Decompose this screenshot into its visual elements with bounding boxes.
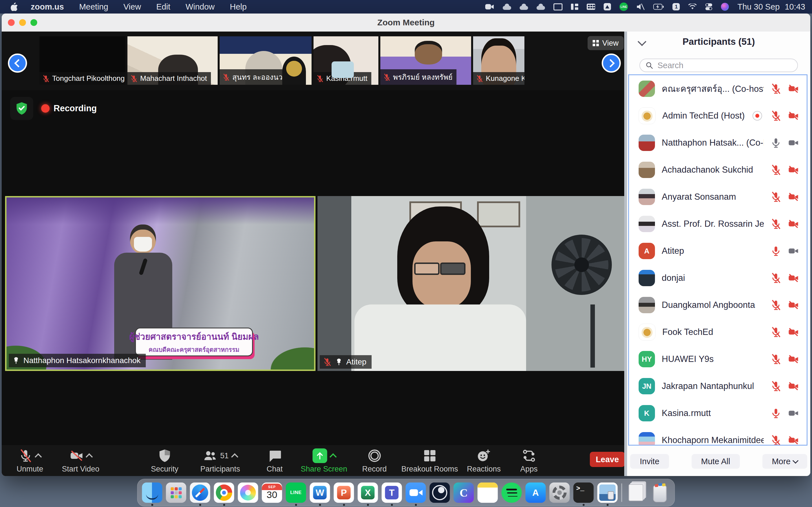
toolbar-chat-button[interactable]: Chat <box>266 448 283 473</box>
dock-icon-safari[interactable] <box>190 483 210 503</box>
participant-row[interactable]: K Kasina.rmutt <box>629 400 807 427</box>
menubar-app-name[interactable]: zoom.us <box>23 0 71 13</box>
more-button[interactable]: More <box>762 454 807 469</box>
toolbar-unmute-button[interactable]: Unmute <box>17 448 43 473</box>
cloud-icon[interactable] <box>520 2 528 11</box>
participant-row[interactable]: donjai <box>629 265 807 291</box>
gallery-thumbnail[interactable]: Kunagone Kiddee <box>473 36 524 85</box>
cloud-icon[interactable] <box>537 2 545 11</box>
menubar-item-meeting[interactable]: Meeting <box>71 0 116 13</box>
participant-row[interactable]: Admin TechEd (Host) <box>629 102 807 129</box>
zoom-camera-icon[interactable] <box>485 2 494 11</box>
toolbar-breakout-button[interactable]: Breakout Rooms <box>401 448 458 473</box>
dock-icon-calendar[interactable] <box>262 483 282 503</box>
app-window-icon[interactable] <box>604 2 611 11</box>
window-titlebar[interactable]: Zoom Meeting <box>2 13 810 32</box>
control-center-icon[interactable] <box>705 2 712 11</box>
dock-icon-spotify[interactable] <box>502 483 522 503</box>
participant-row[interactable]: Asst. Prof. Dr. Rossarin Jer... <box>629 210 807 237</box>
dock-icon-app-store[interactable] <box>525 483 546 503</box>
toolbar-reactions-button[interactable]: Reactions <box>467 448 501 473</box>
fullscreen-window-button[interactable] <box>31 19 37 26</box>
participant-row[interactable]: HY HUAWEI Y9s <box>629 346 807 373</box>
keyboard-icon[interactable] <box>587 2 595 11</box>
participant-row[interactable]: A Atitep <box>629 237 807 265</box>
view-button[interactable]: View <box>588 36 624 50</box>
dock-icon-obs[interactable] <box>430 483 450 503</box>
gallery-thumbnail[interactable]: สุนทร ละอองนวล <box>220 36 312 85</box>
video-tile-atitep[interactable]: Atitep <box>317 196 624 371</box>
menubar-clock[interactable]: Thu 30 Sep 10:43 <box>737 2 805 11</box>
gallery-thumbnail[interactable]: Mahachart Inthachot <box>128 36 218 85</box>
dock-icon-line[interactable] <box>286 483 306 503</box>
participant-row[interactable]: Khochaporn Mekanimitdee <box>629 427 807 446</box>
onepassword-icon[interactable]: 1 <box>672 2 680 11</box>
minimize-window-button[interactable] <box>19 19 26 26</box>
video-tile-natthaphon[interactable]: ผู้ช่วยศาสตราจารย์อานนท์ นิยมผล คณบดีคณะ… <box>5 196 315 371</box>
battery-charging-icon[interactable] <box>653 2 664 11</box>
dock-icon-powerpoint[interactable] <box>334 483 354 503</box>
dock-icon-chrome[interactable] <box>214 483 234 503</box>
participant-row[interactable]: Anyarat Sonsanam <box>629 183 807 210</box>
apple-logo-icon[interactable] <box>11 2 19 11</box>
line-icon[interactable]: LINE <box>619 2 628 11</box>
chevron-up-icon[interactable] <box>35 453 42 460</box>
banner-name-line: ผู้ช่วยศาสตราจารย์อานนท์ นิยมผล <box>129 330 259 344</box>
gallery-thumbnail[interactable]: Kasina.rmutt <box>313 36 378 85</box>
dock-icon-launchpad[interactable] <box>166 483 186 503</box>
toolbar-share-button[interactable]: Share Screen <box>301 448 347 473</box>
participant-search[interactable] <box>640 59 798 72</box>
stage-drape <box>6 198 314 224</box>
dock-icon-trash[interactable] <box>650 483 670 503</box>
cloud-icon[interactable] <box>503 2 511 11</box>
display-icon[interactable] <box>553 2 562 11</box>
participant-row[interactable]: Fook TechEd <box>629 319 807 346</box>
dock-icon-excel[interactable] <box>358 483 378 503</box>
dock-icon-finder[interactable] <box>142 483 162 503</box>
toolbar-label: Participants <box>200 465 240 473</box>
mute-all-button[interactable]: Mute All <box>692 454 740 469</box>
siri-icon[interactable] <box>721 2 729 11</box>
avatar <box>639 297 655 313</box>
chevron-up-icon[interactable] <box>86 453 93 460</box>
stage-manager-icon[interactable] <box>571 2 578 11</box>
gallery-thumbnail[interactable]: Tongchart Pikoolthong <box>40 36 125 85</box>
close-window-button[interactable] <box>8 19 15 26</box>
gallery-thumbnail[interactable]: พรภิรมย์ หลงทรัพย์ <box>380 36 471 85</box>
dock-icon-photos[interactable] <box>238 483 258 503</box>
dock-icon-word[interactable] <box>310 483 330 503</box>
sound-muted-icon[interactable] <box>637 2 645 11</box>
dock-icon-system-preferences[interactable] <box>550 483 570 503</box>
toolbar-video-button[interactable]: Start Video <box>62 448 99 473</box>
participant-row[interactable]: คณะครุศาสตร์อุ... (Co-host, me) <box>629 75 807 102</box>
encryption-shield-icon[interactable] <box>10 97 33 120</box>
toolbar-apps-button[interactable]: Apps <box>520 448 538 473</box>
gallery-next-button[interactable] <box>602 54 621 73</box>
wifi-icon[interactable] <box>688 2 697 11</box>
menubar-item-view[interactable]: View <box>116 0 149 13</box>
participant-row[interactable]: Natthaphon Hatsak... (Co-host) <box>629 129 807 156</box>
dock-icon-canva[interactable] <box>454 483 474 503</box>
menubar-item-help[interactable]: Help <box>222 0 254 13</box>
gallery-prev-button[interactable] <box>8 54 27 73</box>
toolbar-record-button[interactable]: Record <box>362 448 387 473</box>
participants-list[interactable]: คณะครุศาสตร์อุ... (Co-host, me) Admin Te… <box>628 74 808 446</box>
participant-row[interactable]: JN Jakrapan Nantaphunkul <box>629 373 807 400</box>
dock-icon-zoom[interactable] <box>406 483 426 503</box>
search-input[interactable] <box>657 61 792 70</box>
participant-row[interactable]: Duangkamol Angboonta <box>629 291 807 319</box>
menubar-item-window[interactable]: Window <box>178 0 222 13</box>
leave-button[interactable]: Leave <box>590 452 624 467</box>
dock-icon-teams[interactable] <box>382 483 402 503</box>
dock-icon-terminal[interactable] <box>573 483 594 503</box>
dock-icon-documents-stack[interactable] <box>626 483 646 503</box>
toolbar-participants-button[interactable]: 51Participants <box>200 448 240 473</box>
chevron-up-icon[interactable] <box>329 453 336 460</box>
dock-icon-notes[interactable] <box>477 483 498 503</box>
menubar-item-edit[interactable]: Edit <box>149 0 178 13</box>
participant-row[interactable]: Achadachanok Sukchid <box>629 156 807 183</box>
invite-button[interactable]: Invite <box>630 454 669 469</box>
chevron-up-icon[interactable] <box>231 453 238 460</box>
dock-icon-pictures[interactable] <box>598 483 618 503</box>
toolbar-security-button[interactable]: Security <box>151 448 179 473</box>
